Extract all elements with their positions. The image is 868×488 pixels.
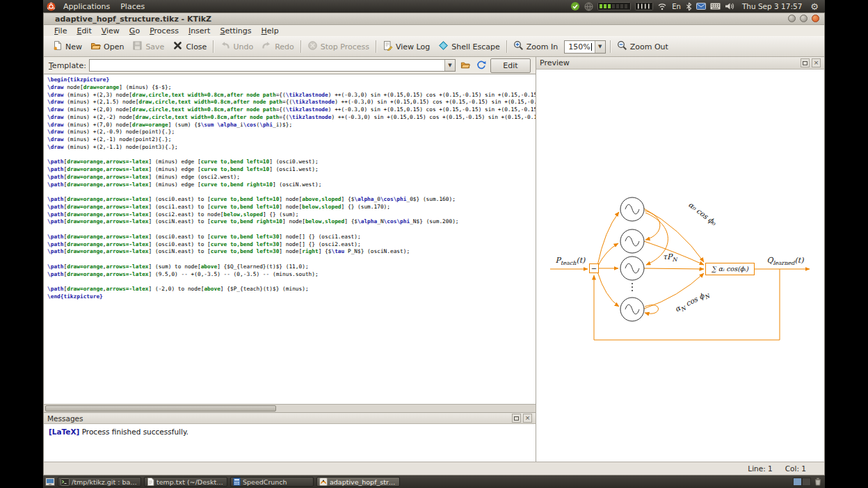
menu-file[interactable]: File: [49, 26, 72, 35]
template-reload-button[interactable]: [474, 59, 488, 72]
shell-escape-button[interactable]: Shell Escape: [434, 38, 504, 55]
open-button[interactable]: Open: [86, 38, 128, 55]
workspace-switcher[interactable]: [793, 478, 811, 486]
stop-process-label: Stop Process: [321, 42, 369, 51]
code-line: \path[draw=orange,arrows=-latex] (osci0.…: [47, 196, 536, 204]
zoom-out-button[interactable]: Zoom Out: [613, 38, 673, 55]
code-line: \path[draw=orange,arrows=-latex] (osci2.…: [47, 211, 536, 219]
preview-header: Preview ×: [536, 57, 824, 70]
zoom-in-label: Zoom In: [527, 42, 558, 51]
messages-close-icon[interactable]: ×: [523, 414, 532, 423]
template-label: Template:: [49, 61, 86, 70]
view-log-button[interactable]: View Log: [378, 38, 434, 55]
template-combo-arrow-icon[interactable]: ▼: [444, 60, 455, 71]
close-window-button[interactable]: [812, 15, 819, 22]
menu-settings[interactable]: Settings: [215, 26, 256, 35]
window-controls: [788, 15, 819, 22]
zoom-level-combo[interactable]: 150%▼: [564, 40, 605, 54]
taskbar-item[interactable]: SpeedCrunch: [230, 477, 314, 487]
zoom-combo-arrow-icon[interactable]: ▼: [595, 41, 605, 53]
code-line: \draw (minus) +(7,0) node[draw=orange] (…: [47, 122, 536, 129]
volume-icon[interactable]: [725, 0, 734, 13]
trash-icon[interactable]: [814, 478, 821, 486]
clock[interactable]: Thu Sep 3 17:57: [742, 2, 802, 10]
status-bar: Line: 1 Col: 1: [44, 462, 824, 475]
taskbar-item[interactable]: adaptive_hopf_struc...: [316, 477, 400, 487]
titlebar[interactable]: adaptive_hopf_structure.tikz - KTikZ: [44, 13, 824, 25]
editor-horizontal-scrollbar[interactable]: [44, 404, 536, 412]
code-line: \path[draw=orange,arrows=-latex] (minus)…: [47, 174, 536, 181]
messages-detach-icon[interactable]: [512, 414, 521, 423]
menu-bar: FileEditViewGoProcessInsertSettingsHelp: [44, 25, 824, 36]
keyboard-layout-icon[interactable]: En: [672, 0, 681, 13]
vertical-dots: [632, 283, 633, 291]
zoom-in-button[interactable]: Zoom In: [509, 38, 562, 55]
bluetooth-icon[interactable]: [686, 0, 692, 13]
shell-escape-label: Shell Escape: [451, 42, 500, 51]
menu-process[interactable]: Process: [145, 26, 184, 35]
redo-icon: [262, 40, 272, 53]
messages-body: [LaTeX] Process finished successfully.: [44, 424, 536, 462]
text-caret: [591, 43, 592, 51]
gear-icon[interactable]: ⚙: [810, 1, 819, 12]
menu-help[interactable]: Help: [257, 26, 284, 35]
view-log-label: View Log: [396, 42, 430, 51]
orange-arrows-group: [550, 209, 810, 340]
stop-process-button: Stop Process: [303, 38, 373, 55]
meter-left-icon[interactable]: [597, 0, 631, 13]
minus-to-osciN-arrow: [597, 272, 619, 307]
wifi-icon[interactable]: [657, 0, 667, 13]
toolbar-separator: [300, 40, 301, 53]
template-open-button[interactable]: [458, 59, 472, 72]
code-line: \draw (minus) +(2,-1) node(point2){.};: [47, 136, 536, 144]
maximize-button[interactable]: [800, 15, 807, 22]
code-line: \draw (minus) +(2,3) node[draw,circle,te…: [47, 92, 536, 99]
minus-node-label: −: [591, 265, 597, 273]
taskbar-right: [793, 478, 823, 486]
menu-insert[interactable]: Insert: [184, 26, 216, 35]
sum-node-label: ∑ αᵢ cos(ϕᵢ): [706, 265, 754, 273]
preview-detach-icon[interactable]: [801, 58, 810, 67]
menu-go[interactable]: Go: [124, 26, 145, 35]
messages-text: Process finished successfully.: [79, 428, 188, 436]
taskbar-item-label: temp.txt (~/Desktop...: [156, 478, 225, 486]
refresh-icon: [476, 60, 486, 72]
taskbar-item[interactable]: /tmp/ktikz.git : bash ...: [58, 477, 141, 487]
panel-menu-places[interactable]: Places: [115, 1, 150, 12]
ubuntu-logo-icon[interactable]: [47, 2, 56, 11]
toolbar-separator: [506, 40, 507, 53]
menu-view[interactable]: View: [97, 26, 124, 35]
new-button[interactable]: New: [48, 38, 86, 55]
meter-right-icon[interactable]: [635, 0, 653, 13]
panel-menu-applications[interactable]: Applications: [58, 1, 115, 12]
code-line: \draw (minus) +(2,1.5) node[draw,circle,…: [47, 99, 536, 106]
open-icon: [90, 40, 101, 53]
mail-icon[interactable]: [696, 0, 706, 13]
redo-label: Redo: [275, 42, 294, 51]
code-line: [47, 226, 536, 234]
code-line: \draw (minus) +(2,-2) node[draw,circle,t…: [47, 114, 536, 122]
preview-close-icon[interactable]: ×: [812, 58, 821, 67]
toolbar-separator: [376, 40, 376, 53]
scrollbar-thumb[interactable]: [45, 405, 276, 412]
textfile-icon: [147, 478, 154, 486]
menu-edit[interactable]: Edit: [72, 26, 96, 35]
template-edit-button[interactable]: Edit: [490, 58, 531, 73]
undo-label: Undo: [233, 42, 253, 51]
template-combo[interactable]: ▼: [89, 59, 456, 72]
keyboard-icon[interactable]: [710, 0, 721, 13]
close-button[interactable]: Close: [168, 38, 211, 55]
code-line: \draw (minus) +(2,-0.9) node(point){.};: [47, 129, 536, 136]
minimize-button[interactable]: [788, 15, 796, 22]
shield-check-icon[interactable]: [570, 0, 580, 13]
window-title: adaptive_hopf_structure.tikz - KTikZ: [55, 15, 211, 24]
stop-process-icon: [307, 40, 318, 53]
calculator-icon: [233, 478, 241, 486]
code-line: \path[draw=orange,arrows=-latex] (osci0.…: [47, 241, 536, 249]
taskbar-item[interactable]: temp.txt (~/Desktop...: [144, 477, 227, 487]
taskbar-item-label: /tmp/ktikz.git : bash ...: [72, 478, 138, 486]
code-editor[interactable]: \begin{tikzpicture}\draw node[draw=orang…: [44, 74, 536, 404]
globe-icon[interactable]: [584, 0, 593, 13]
show-desktop-button[interactable]: [45, 478, 55, 486]
code-line: \draw node[draw=orange] (minus) {$-$};: [47, 84, 536, 92]
